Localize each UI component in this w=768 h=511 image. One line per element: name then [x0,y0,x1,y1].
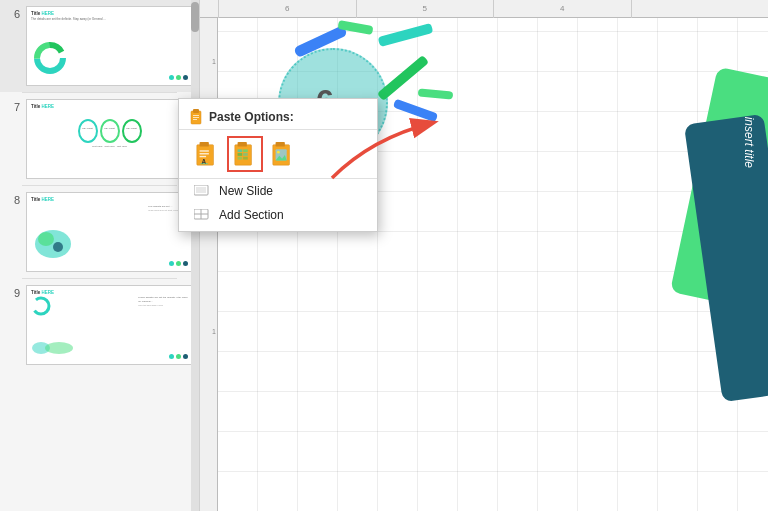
svg-rect-15 [193,119,197,120]
slide-number-8: 8 [6,192,20,206]
add-section-icon [193,208,211,222]
slide-canvas: 6 insert title [218,18,768,511]
svg-rect-18 [200,150,209,151]
svg-rect-37 [196,187,206,193]
paste-destination-btn[interactable] [227,136,263,172]
svg-rect-26 [243,149,248,152]
slide-panel: 6 Title HERE The details are set the def… [0,0,200,511]
scrollbar-track [191,0,199,511]
slide-item-9[interactable]: 9 Title HERE These definite are set the … [0,279,199,371]
scrollbar-thumb[interactable] [191,2,199,32]
svg-rect-25 [238,149,243,152]
thumb-title-7: Title HERE [31,104,188,109]
context-menu: Paste Options: A [178,98,378,232]
ruler-side-content: 1 0 1 [200,18,218,511]
thumb-title-6: Title HERE [31,11,188,16]
svg-rect-29 [238,157,243,160]
slide-item-8[interactable]: 8 Title HERE The definite are set … Lore… [0,186,199,278]
ruler-mark-6: 6 [218,0,356,18]
ruler-mark-4: 4 [493,0,631,18]
new-slide-label: New Slide [219,184,273,198]
ruler-marks-top: 6 5 4 [200,0,768,18]
svg-rect-20 [200,156,207,157]
svg-rect-14 [193,117,199,118]
add-section-menu-item[interactable]: Add Section [179,203,377,227]
slide-number-9: 9 [6,285,20,299]
paste-picture-btn[interactable] [265,136,301,172]
slide-item-6[interactable]: 6 Title HERE The details are set the def… [0,0,199,92]
main-slide-area: 6 5 4 1 0 1 6 insert title [200,0,768,511]
ruler-mark-3 [631,0,769,18]
clipboard-icon [189,109,203,125]
svg-point-3 [44,52,56,64]
svg-point-34 [277,151,280,154]
svg-rect-19 [200,153,209,154]
add-section-label: Add Section [219,208,284,222]
slide-number-6: 6 [6,6,20,20]
svg-point-10 [45,342,73,354]
paste-options-icons: A [179,130,377,179]
ruler-mark-5: 5 [356,0,494,18]
svg-rect-32 [276,142,285,147]
svg-point-5 [38,232,54,246]
slide-thumb-9[interactable]: Title HERE These definite are set the de… [26,285,193,365]
ruler-mark-v1: 1 [200,328,218,335]
svg-rect-27 [238,153,243,156]
svg-rect-24 [238,142,247,147]
ruler-side: 1 0 1 [200,18,218,511]
slide-thumb-6[interactable]: Title HERE The details are set the defin… [26,6,193,86]
slide-number-7: 7 [6,99,20,113]
slide-thumb-8[interactable]: Title HERE The definite are set … Lorem … [26,192,193,272]
new-slide-menu-item[interactable]: New Slide [179,179,377,203]
svg-rect-23 [235,145,252,165]
thumb-title-9: Title HERE [31,290,188,295]
svg-rect-12 [193,109,199,113]
svg-rect-17 [200,142,209,147]
slide-thumb-7[interactable]: Title HERE Key Point Key Point Key Point… [26,99,193,179]
svg-rect-28 [243,153,248,156]
insert-title-label: insert title [742,117,756,168]
ruler-mark-v-1: 1 [200,58,218,65]
svg-point-6 [53,242,63,252]
svg-rect-22 [201,163,208,164]
ruler-top: 6 5 4 [200,0,768,18]
paste-options-header: Paste Options: [179,103,377,130]
paste-options-label: Paste Options: [209,110,294,124]
svg-point-8 [37,302,45,310]
svg-rect-13 [193,115,199,116]
paste-keep-source-btn[interactable]: A [189,136,225,172]
slide-item-7[interactable]: 7 Title HERE Key Point Key Point Key Poi… [0,93,199,185]
thumb-title-8: Title HERE [31,197,188,202]
svg-rect-30 [243,157,248,160]
new-slide-icon [193,184,211,198]
